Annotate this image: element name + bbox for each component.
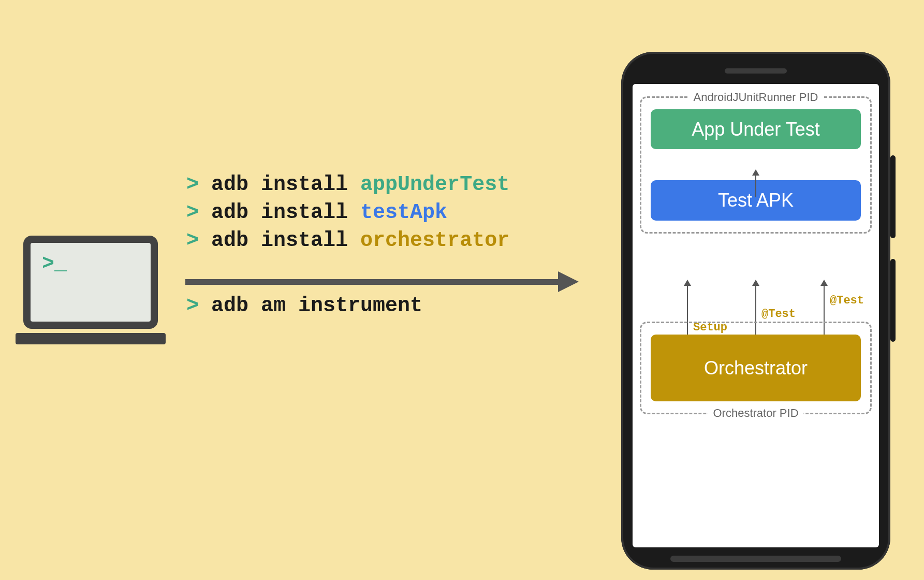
phone-screen: AndroidJUnitRunner PID App Under Test Te… bbox=[633, 84, 879, 547]
commands-block: > adb install appUnderTest > adb install… bbox=[186, 171, 509, 255]
junit-pid-box: AndroidJUnitRunner PID App Under Test Te… bbox=[640, 96, 872, 234]
laptop-bezel: >_ bbox=[23, 236, 158, 329]
phone-speaker bbox=[725, 68, 787, 74]
tile-orchestrator: Orchestrator bbox=[651, 335, 861, 401]
orchestrator-pid-label: Orchestrator PID bbox=[708, 407, 803, 420]
arg-orchestrator: orchestrator bbox=[360, 229, 509, 252]
cmd-instrument: adb am instrument bbox=[211, 294, 422, 317]
label-test: @Test bbox=[830, 294, 864, 307]
cmd-line-2: > adb install testApk bbox=[186, 199, 509, 227]
flow-arrow bbox=[185, 271, 579, 292]
laptop-screen: >_ bbox=[31, 243, 151, 322]
cmd-text: adb install bbox=[211, 201, 348, 224]
laptop-base bbox=[16, 333, 166, 344]
prompt: > bbox=[186, 294, 199, 317]
cmd-line-3: > adb install orchestrator bbox=[186, 227, 509, 255]
cmd-line-1: > adb install appUnderTest bbox=[186, 171, 509, 199]
cmd-line-4: > adb am instrument bbox=[186, 294, 422, 317]
label-test: @Test bbox=[761, 308, 796, 321]
cmd-text: adb install bbox=[211, 173, 348, 196]
laptop-icon: >_ bbox=[16, 236, 166, 355]
prompt: > bbox=[186, 229, 199, 252]
arg-app-under-test: appUnderTest bbox=[360, 173, 509, 196]
laptop-prompt: >_ bbox=[42, 252, 67, 276]
orchestrator-pid-box: Orchestrator Orchestrator PID bbox=[640, 322, 872, 414]
cmd-text: adb install bbox=[211, 229, 348, 252]
arrow-up-icon bbox=[755, 175, 756, 197]
junit-pid-label: AndroidJUnitRunner PID bbox=[688, 91, 824, 104]
prompt: > bbox=[186, 173, 199, 196]
tile-app-under-test: App Under Test bbox=[651, 109, 861, 149]
prompt: > bbox=[186, 201, 199, 224]
phone-device: AndroidJUnitRunner PID App Under Test Te… bbox=[621, 52, 890, 570]
commands-below: > adb am instrument bbox=[186, 294, 422, 317]
phone-home-indicator bbox=[670, 556, 841, 562]
arg-test-apk: testApk bbox=[360, 201, 447, 224]
